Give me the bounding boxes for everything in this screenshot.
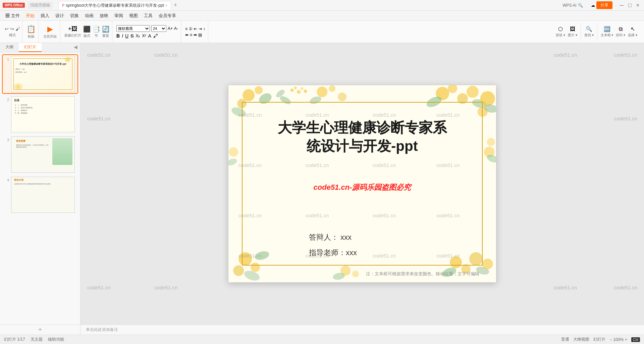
indent-decrease-btn[interactable]: ⇤ (194, 26, 197, 31)
menu-member[interactable]: 会员专享 (156, 12, 179, 19)
menu-start[interactable]: 开始 (23, 12, 37, 19)
paragraph-group: ≡ ① ⇤ ⇥ ↕ ⬅ ≡ ➡ ▤ (182, 21, 208, 43)
add-slide-btn[interactable]: + (38, 326, 42, 333)
mode-label: 模式 (9, 33, 16, 38)
image-btn[interactable]: 🖼 图片 ▾ (568, 26, 577, 38)
wps-ai-btn[interactable]: WPS AI (562, 3, 576, 8)
menu-slideshow[interactable]: 放映 (97, 12, 111, 19)
wm4: code51.cn (436, 112, 460, 118)
align-center-btn[interactable]: ≡ (190, 33, 192, 37)
menu-review[interactable]: 审阅 (112, 12, 126, 19)
layout-btn[interactable]: ⬛ 版式 (83, 25, 91, 38)
svg-point-38 (279, 95, 292, 106)
share-button[interactable]: 分享 (596, 1, 612, 9)
strikethrough-btn[interactable]: S (130, 33, 133, 39)
view-normal-btn[interactable]: 普通 (561, 337, 569, 342)
svg-point-41 (487, 138, 495, 146)
indent-increase-btn[interactable]: ⇥ (199, 26, 202, 31)
collapse-panel-btn[interactable]: ◀ (71, 43, 80, 52)
svg-point-39 (484, 147, 495, 157)
font-color-btn[interactable]: A (148, 33, 151, 39)
wm7: code51.cn (373, 162, 396, 168)
select-btn[interactable]: ↖ 选择 ▾ (628, 26, 637, 38)
superscript-btn[interactable]: X² (142, 34, 146, 38)
zoom-in-btn[interactable]: + (625, 337, 627, 342)
slide-img-2: 目录 ①一、研究背景 ②二、前沿介绍及研究 ③三、系统设计 ④四、系统测试 (11, 96, 75, 132)
svg-point-17 (484, 104, 496, 114)
subscript-btn[interactable]: X₂ (136, 34, 140, 38)
font-size-select[interactable]: 24 (151, 25, 166, 32)
cloud-icon[interactable]: ☁ (591, 3, 595, 8)
play-icon[interactable]: ▶ (47, 25, 53, 34)
title-bar-left: WPS Office 找稳壳模板 (3, 2, 53, 9)
menu-view[interactable]: 视图 (126, 12, 141, 19)
font-decrease-btn[interactable]: A- (174, 26, 178, 31)
window-controls: WPS AI 🔍 ☁ 分享 ─ □ × (562, 1, 641, 9)
template-label[interactable]: 找稳壳模板 (28, 2, 53, 9)
notes-placeholder: 单击此处添加备注 (86, 327, 118, 333)
redo-btn[interactable]: ↪ (10, 26, 14, 32)
search-icon[interactable]: 🔍 (578, 3, 583, 8)
tab-close-icon[interactable]: × (165, 4, 167, 7)
bold-btn[interactable]: B (116, 33, 120, 39)
align-left-btn[interactable]: ⬅ (185, 33, 189, 37)
svg-point-25 (332, 272, 345, 281)
slide-main-title[interactable]: 大学生心理健康诊断专家系 统设计与开发-ppt (249, 119, 476, 155)
slide-canvas[interactable]: 大学生心理健康诊断专家系 统设计与开发-ppt code51.cn-源码乐园盗图… (80, 43, 644, 325)
view-slide-btn[interactable]: 幻灯片 (593, 337, 605, 342)
svg-point-12 (467, 86, 479, 98)
svg-point-10 (448, 85, 457, 93)
zoom-out-btn[interactable]: − (609, 337, 612, 342)
menu-animation[interactable]: 动画 (82, 12, 96, 19)
notes-area[interactable]: 单击此处添加备注 (80, 325, 644, 335)
slide-thumb-1[interactable]: 1 大学生心理健康诊断专家系统设计与开发-ppt 答辩人：xxx指导老师：xxx (3, 55, 77, 93)
menu-tools[interactable]: 工具 (141, 12, 155, 19)
slide-thumb-3[interactable]: 3 研究背景 随着经济社会的快速发展，人们的生活节奏加快，心理健康问题日益突出.… (3, 135, 77, 174)
font-family-select[interactable]: 微软雅黑 (116, 25, 150, 32)
slide-authors-area[interactable]: 答辩人： xxx 指导老师：xxx (249, 229, 476, 260)
slide-subtitle-text: code51.cn-源码乐园盗图必究 (249, 182, 476, 192)
thumb3-content: 随着经济社会的快速发展，人们的生活节奏加快，心理健康问题日益突出... (13, 144, 51, 149)
language-indicator[interactable]: CH (631, 337, 640, 342)
list-bullet-btn[interactable]: ≡ (185, 26, 187, 31)
underline-btn[interactable]: U (125, 33, 128, 39)
theme-label: 无主题 (31, 337, 43, 342)
view-outline-btn[interactable]: 大纲视图 (573, 337, 589, 342)
align-right-btn[interactable]: ➡ (194, 33, 197, 37)
menu-design[interactable]: 设计 (53, 12, 67, 19)
slide-note-text: 注：文本框可根据需求来改变颜色、移动位置；文字可编辑 (366, 271, 479, 276)
italic-btn[interactable]: I (122, 33, 123, 39)
svg-point-20 (233, 265, 244, 276)
paste-icon[interactable]: 📋 (26, 25, 36, 34)
highlight-btn[interactable]: 🖍 (153, 33, 158, 39)
find-btn[interactable]: 🔍 查找 ▾ (584, 26, 594, 38)
close-btn[interactable]: × (634, 2, 641, 8)
zoom-control: − 100% + (609, 337, 627, 342)
font-increase-btn[interactable]: A+ (168, 26, 173, 31)
textbox-btn[interactable]: 🔤 文本框 ▾ (601, 26, 613, 38)
tab-slides[interactable]: 幻灯片 (19, 43, 42, 52)
minimize-btn[interactable]: ─ (618, 2, 626, 8)
maximize-btn[interactable]: □ (626, 2, 634, 8)
shape-btn[interactable]: ⬡ 形状 ▾ (556, 26, 565, 38)
format-painter[interactable]: 🖌 (15, 26, 20, 32)
arrange-btn[interactable]: ⧉ 排列 ▾ (616, 26, 625, 38)
new-tab-btn[interactable]: + (171, 2, 180, 9)
list-num-btn[interactable]: ① (189, 26, 193, 31)
line-spacing-btn[interactable]: ↕ (203, 26, 205, 31)
reset-btn[interactable]: 🔄 重置 (102, 25, 109, 38)
slide-thumb-4[interactable]: 4 前沿介绍 当前国内外对大学生心理健康诊断专家系统的研究方向及成果... (3, 176, 77, 214)
thumb2-title-text: 目录 (11, 97, 74, 104)
file-tab[interactable]: P springboot大学生心理健康诊断专家系统设计与开发-ppt × (58, 1, 171, 10)
new-slide-btn[interactable]: +🖼 新建幻灯片 (64, 25, 81, 38)
align-justify-btn[interactable]: ▤ (198, 33, 202, 37)
section-btn[interactable]: 📑 节 (93, 25, 100, 38)
undo-btn[interactable]: ↩ (5, 26, 9, 32)
menu-transition[interactable]: 切换 (67, 12, 82, 19)
menu-file[interactable]: ☰ 文件 (3, 12, 22, 19)
tab-outline[interactable]: 大纲 (0, 43, 19, 52)
slide-thumb-2[interactable]: 2 目录 ①一、研究背景 ②二、前沿介绍及研究 ③三、系统设计 ④四、系统测试 (3, 95, 77, 133)
menu-insert[interactable]: 插入 (38, 12, 52, 19)
svg-point-40 (486, 154, 496, 164)
slide-subtitle-area[interactable]: code51.cn-源码乐园盗图必究 (249, 182, 476, 192)
